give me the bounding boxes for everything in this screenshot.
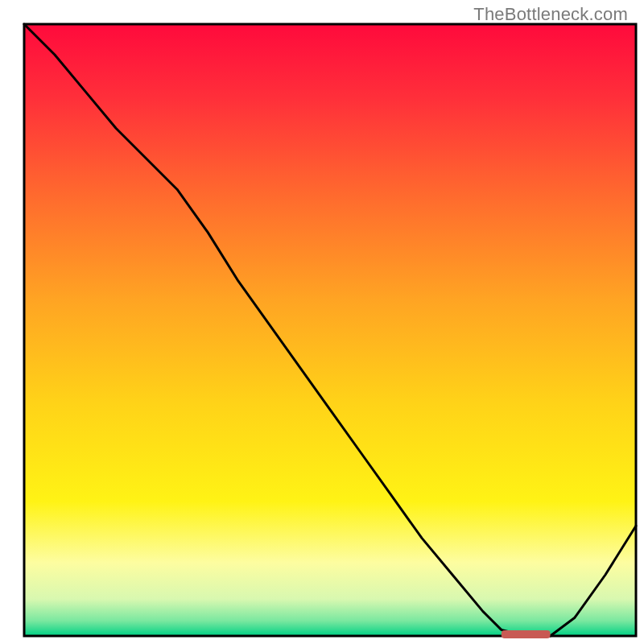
optimal-region-marker [502,630,551,638]
watermark-text: TheBottleneck.com [473,4,628,25]
plot-background [24,24,636,636]
chart-svg [0,0,644,644]
bottleneck-chart: TheBottleneck.com [0,0,644,644]
